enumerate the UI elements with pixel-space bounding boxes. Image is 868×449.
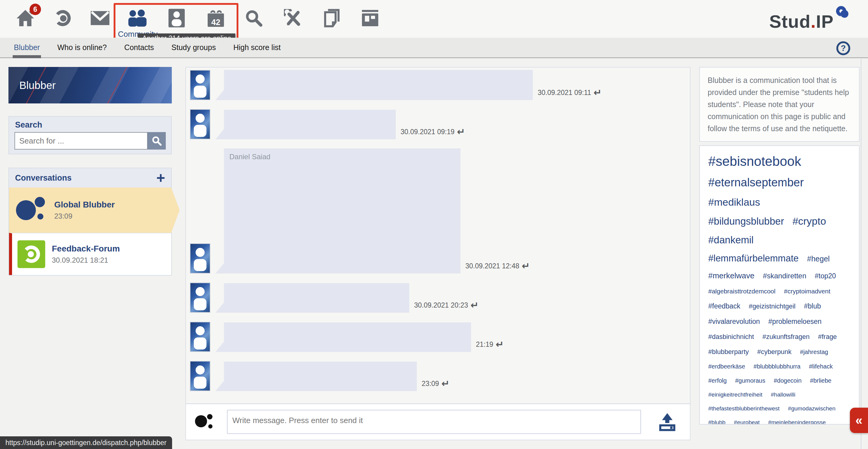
composer-bar <box>186 403 690 440</box>
hashtag-link[interactable]: #lemmafürbelemmate <box>708 253 799 264</box>
sidebar-title: Blubber <box>19 79 56 91</box>
tab-label: High score list <box>233 43 281 52</box>
hashtag-link[interactable]: #eternalseptember <box>708 176 804 189</box>
tab-high-score-list[interactable]: High score list <box>233 38 281 57</box>
logo-circle-mark <box>834 6 851 23</box>
hashtag-link[interactable]: #jahrestag <box>800 349 828 356</box>
hashtag-link[interactable]: #meinlebenindergosse <box>768 419 826 425</box>
hashtag-link[interactable]: #gumoraus <box>735 377 765 384</box>
hashtag-link[interactable]: #dasbinichnicht <box>708 333 754 341</box>
message-meta: 21:19↵ <box>476 339 504 350</box>
search-input[interactable] <box>14 132 148 150</box>
magnifier-icon <box>152 136 162 146</box>
courses-button[interactable] <box>52 7 73 29</box>
message-input[interactable] <box>227 410 641 434</box>
pages-button[interactable] <box>321 7 342 29</box>
tools-icon <box>284 9 302 27</box>
message-row: 23:09↵ <box>190 361 684 391</box>
hashtag-link[interactable]: #brliebe <box>810 377 832 384</box>
tab-study-groups[interactable]: Study groups <box>172 38 216 57</box>
hashtag-link[interactable]: #blubb <box>708 419 725 425</box>
hashtag-link[interactable]: #hallowilli <box>771 391 795 398</box>
hashtag-link[interactable]: #bildungsblubber <box>708 216 784 227</box>
conversation-item-global-blubber[interactable]: Global Blubber 23:09 <box>9 187 171 233</box>
hashtag-link[interactable]: #gumodazwischen <box>788 405 835 412</box>
hashtag-link[interactable]: #eurobeat <box>734 419 760 425</box>
hashtag-link[interactable]: #lifehack <box>809 363 833 370</box>
reply-icon[interactable]: ↵ <box>522 260 530 272</box>
reply-icon[interactable]: ↵ <box>593 87 601 98</box>
hashtag-link[interactable]: #hegel <box>807 255 830 263</box>
hashtag-link[interactable]: #erfolg <box>708 377 727 384</box>
hashtag-link[interactable]: #merkelwave <box>708 271 754 280</box>
hashtag-link[interactable]: #blub <box>804 302 821 310</box>
logo-red-dot: . <box>811 11 816 32</box>
home-button[interactable]: 6 <box>14 7 36 29</box>
hashtag-link[interactable]: #erdbeerkäse <box>708 363 745 370</box>
user-avatar-icon[interactable] <box>190 243 210 273</box>
conversation-title: Global Blubber <box>54 200 115 210</box>
hashtag-link[interactable]: #top20 <box>815 272 836 280</box>
hashtag-link[interactable]: #sebisnotebook <box>708 154 801 169</box>
user-avatar-icon[interactable] <box>190 109 210 139</box>
tab-label: Study groups <box>172 43 216 52</box>
tools-button[interactable] <box>282 7 304 29</box>
collapse-sidebar-button[interactable]: « <box>850 408 868 433</box>
user-avatar-icon[interactable] <box>190 70 210 100</box>
hashtag-link[interactable]: #dogecoin <box>774 377 801 384</box>
tab-who-is-online[interactable]: Who is online? <box>57 38 107 57</box>
hashtag-link[interactable]: #crypto <box>792 215 826 227</box>
right-sidebar: Blubber is a communication tool that is … <box>699 67 860 425</box>
hashtag-link[interactable]: #algebraisttrotzdemcool <box>708 288 775 295</box>
dashboard-button[interactable] <box>359 7 381 29</box>
reply-icon[interactable]: ↵ <box>496 339 504 350</box>
message-author[interactable]: Daniel Saiad <box>229 153 270 161</box>
message-row: 30.09.2021 09:11↵ <box>190 70 684 100</box>
hashtag-link[interactable]: #mediklaus <box>708 196 760 208</box>
hashtag-link[interactable]: #thefastestblubberinthewest <box>708 405 780 412</box>
blubber-bubbles-avatar <box>14 193 48 227</box>
hashtag-link[interactable]: #frage <box>818 333 837 341</box>
tab-label: Who is online? <box>57 43 107 52</box>
conversations-heading: Conversations <box>15 173 72 183</box>
hashtag-link[interactable]: #blubberparty <box>708 348 749 356</box>
hashtag-link[interactable]: #geizistnichtgeil <box>749 302 795 310</box>
send-message-button[interactable] <box>658 413 677 431</box>
hashtag-link[interactable]: #problemeloesen <box>768 318 821 326</box>
hashtag-link[interactable]: #dankemil <box>708 234 753 246</box>
tab-label: Contacts <box>124 43 154 52</box>
message-list[interactable]: 30.09.2021 09:11↵30.09.2021 09:19↵Daniel… <box>186 67 690 403</box>
user-avatar-icon[interactable] <box>190 322 210 352</box>
tab-contacts[interactable]: Contacts <box>124 38 154 57</box>
add-conversation-button[interactable]: + <box>156 172 165 184</box>
blubber-dots-icon <box>194 412 214 431</box>
tab-bar: BlubberWho is online?ContactsStudy group… <box>0 38 868 58</box>
right-edge-rule <box>861 59 861 449</box>
user-avatar-icon[interactable] <box>190 282 210 313</box>
hashtag-link[interactable]: #feedback <box>708 302 740 310</box>
hashtag-link[interactable]: #zukunftsfragen <box>763 333 810 341</box>
notification-badge: 6 <box>30 4 41 15</box>
message-bubble <box>224 362 417 391</box>
search-button[interactable] <box>243 7 265 29</box>
user-avatar-icon[interactable] <box>190 361 210 391</box>
hashtag-link[interactable]: #cryptoimadvent <box>784 288 830 295</box>
hashtag-link[interactable]: #blubbblubbhurra <box>753 363 801 370</box>
reply-icon[interactable]: ↵ <box>457 126 465 138</box>
help-button[interactable]: ? <box>836 41 850 56</box>
hashtag-link[interactable]: #cyberpunk <box>757 348 792 356</box>
mail-icon <box>91 11 110 25</box>
hashtag-link[interactable]: #skandiretten <box>763 272 806 280</box>
hashtag-link[interactable]: #einigkeitrechtfreiheit <box>708 391 763 398</box>
search-submit-button[interactable] <box>148 132 166 150</box>
hashtag-link[interactable]: #vivalarevolution <box>708 318 760 326</box>
tab-blubber[interactable]: Blubber <box>14 38 40 57</box>
conversation-item-feedback-forum[interactable]: Feedback-Forum 30.09.2021 18:21 <box>9 233 171 275</box>
tab-bar-items: BlubberWho is online?ContactsStudy group… <box>14 38 298 57</box>
reply-icon[interactable]: ↵ <box>470 299 478 311</box>
reply-icon[interactable]: ↵ <box>441 378 450 389</box>
message-meta: 30.09.2021 20:23↵ <box>414 299 478 311</box>
messages-button[interactable] <box>89 7 111 29</box>
search-panel-heading: Search <box>9 117 171 132</box>
search-icon <box>245 9 263 27</box>
